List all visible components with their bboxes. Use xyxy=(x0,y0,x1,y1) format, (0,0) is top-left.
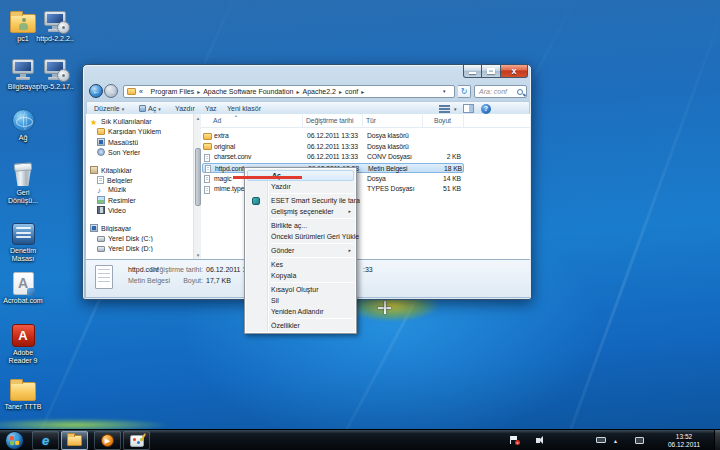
breadcrumb-segment[interactable]: Program Files xyxy=(151,88,195,95)
keyboard-tray-icon[interactable] xyxy=(596,437,606,443)
menu-item-rename[interactable]: Yeniden Adlandır xyxy=(245,306,356,317)
menu-item-advanced-options[interactable]: Gelişmiş seçenekler▸ xyxy=(245,206,356,217)
library-icon xyxy=(90,166,98,174)
folder-icon xyxy=(203,143,212,150)
menu-item-print[interactable]: Yazdır xyxy=(245,181,356,192)
search-input[interactable]: Ara: conf xyxy=(474,85,527,98)
installer-icon xyxy=(43,59,67,81)
installer-icon xyxy=(43,11,67,33)
menu-item-delete[interactable]: Sil xyxy=(245,295,356,306)
close-button[interactable]: x xyxy=(501,65,528,78)
breadcrumb-separator-icon: ▸ xyxy=(361,88,364,95)
desktop-icon-php-installer[interactable]: php-5.2.17.. xyxy=(38,54,72,91)
burn-button[interactable]: Yaz xyxy=(205,105,217,112)
search-icon[interactable] xyxy=(517,89,523,95)
volume-icon[interactable] xyxy=(536,438,540,443)
views-button[interactable] xyxy=(439,105,450,113)
column-header-name[interactable]: Ad xyxy=(213,117,221,124)
menu-item-properties[interactable]: Özellikler xyxy=(245,320,356,331)
sidebar-item-music[interactable]: ♪Müzik xyxy=(97,186,126,195)
action-center-icon[interactable]: x xyxy=(510,436,518,444)
desktop-icon-control-panel[interactable]: Denetim Masası xyxy=(6,218,40,262)
desktop-icon-taner-folder[interactable]: Taner TTTB xyxy=(6,374,40,411)
menu-item-cut[interactable]: Kes xyxy=(245,259,356,270)
desktop-icon-httpd-installer[interactable]: httpd-2.2.2.. xyxy=(38,6,72,43)
menu-item-copy[interactable]: Kopyala xyxy=(245,270,356,281)
taskbar-paint-button[interactable] xyxy=(123,431,150,450)
column-header-date[interactable]: Değiştirme tarihi xyxy=(306,117,353,124)
taskbar-media-player-button[interactable]: ▶ xyxy=(94,431,121,450)
address-bar[interactable]: « Program Files ▸ Apache Software Founda… xyxy=(123,85,455,98)
desktop-icon-label: Adobe Reader 9 xyxy=(1,349,45,364)
taskbar-windows-explorer-button[interactable] xyxy=(61,431,88,450)
column-header-type[interactable]: Tür xyxy=(366,117,376,124)
breadcrumb-segment[interactable]: Apache2.2 xyxy=(302,88,335,95)
windows-explorer-icon xyxy=(67,435,82,446)
sidebar-section-libraries[interactable]: Kitaplıklar xyxy=(90,166,132,174)
start-button[interactable] xyxy=(5,431,24,450)
menu-item-restore-previous-versions[interactable]: Önceki Sürümleri Geri Yükle xyxy=(245,231,356,242)
help-button[interactable]: ? xyxy=(481,104,491,114)
back-button[interactable]: ← xyxy=(89,84,103,98)
desktop-icon-acrobat-com[interactable]: A Acrobat.com xyxy=(6,268,40,305)
views-dropdown-icon[interactable]: ▾ xyxy=(452,105,457,112)
sidebar-item-documents[interactable]: Belgeler xyxy=(97,176,133,184)
desktop-icon-label: Denetim Masası xyxy=(6,247,40,262)
forward-button[interactable]: → xyxy=(104,84,118,98)
network-tray-icon[interactable] xyxy=(635,437,644,444)
desktop-icon-network[interactable]: Ağ xyxy=(6,105,40,142)
menu-item-open-with[interactable]: Birlikte aç... xyxy=(245,220,356,231)
breadcrumb-overflow[interactable]: « xyxy=(139,88,143,95)
details-created-tail: :33 xyxy=(363,266,373,273)
open-button[interactable]: Aç▾ xyxy=(139,105,161,112)
menu-separator xyxy=(271,257,354,258)
preview-pane-button[interactable] xyxy=(463,104,474,113)
navigation-pane: ★Sık Kullanılanlar Karşıdan Yüklem Masaü… xyxy=(86,114,193,259)
sidebar-item-video[interactable]: Video xyxy=(97,206,126,214)
menu-item-eset-scan[interactable]: ESET Smart Security ile tara xyxy=(245,195,356,206)
desktop-icon-label: Acrobat.com xyxy=(1,297,45,305)
desktop-icon-recycle-bin[interactable]: Geri Dönüşü... xyxy=(6,160,40,204)
breadcrumb-segment[interactable]: Apache Software Foundation xyxy=(203,88,293,95)
maximize-button[interactable] xyxy=(482,65,501,78)
refresh-button[interactable]: ↻ xyxy=(458,85,471,98)
file-row-charset-conv[interactable]: charset.conv06.12.2011 13:33CONV Dosyası… xyxy=(202,152,464,163)
new-folder-button[interactable]: Yeni klasör xyxy=(227,105,261,112)
sidebar-item-local-disk-c[interactable]: Yerel Disk (C:) xyxy=(97,235,153,242)
menu-item-create-shortcut[interactable]: Kısayol Oluştur xyxy=(245,284,356,295)
show-hidden-icons[interactable]: ▲ xyxy=(613,438,618,444)
organize-button[interactable]: Düzenle▾ xyxy=(94,105,124,112)
eset-icon xyxy=(252,197,260,205)
taskbar-clock[interactable]: 13:52 06.12.2011 xyxy=(664,433,704,448)
column-header-size[interactable]: Boyut xyxy=(434,117,451,124)
sidebar-scrollbar[interactable]: ▴ ▾ xyxy=(193,114,201,259)
disk-icon xyxy=(97,246,105,252)
print-button[interactable]: Yazdır xyxy=(175,105,195,112)
column-header-row: ▴ Ad Değiştirme tarihi Tür Boyut xyxy=(201,114,530,128)
computer-icon xyxy=(11,59,35,81)
app-icon xyxy=(139,105,146,112)
file-row-original[interactable]: original06.12.2011 13:33Dosya klasörü xyxy=(202,142,464,153)
system-tray: ▲ x 13:52 06.12.2011 xyxy=(592,430,712,450)
search-value: Ara: conf xyxy=(479,88,507,95)
sidebar-section-favorites[interactable]: ★Sık Kullanılanlar xyxy=(90,118,152,127)
details-size-label: Boyut: xyxy=(86,277,203,284)
show-desktop-button[interactable] xyxy=(714,430,720,450)
sidebar-item-downloads[interactable]: Karşıdan Yüklem xyxy=(97,128,161,135)
file-row-extra[interactable]: extra06.12.2011 13:33Dosya klasörü xyxy=(202,131,464,142)
menu-separator xyxy=(271,318,354,319)
breadcrumb-segment[interactable]: conf xyxy=(345,88,358,95)
desktop-icon-adobe-reader[interactable]: A Adobe Reader 9 xyxy=(6,320,40,364)
sidebar-item-desktop[interactable]: Masaüstü xyxy=(97,138,138,146)
menu-item-send-to[interactable]: Gönder▸ xyxy=(245,245,356,256)
chevron-down-icon: ▾ xyxy=(122,106,125,112)
sidebar-item-local-disk-d[interactable]: Yerel Disk (D:) xyxy=(97,245,153,252)
sidebar-item-recent-places[interactable]: Son Yerler xyxy=(97,148,140,156)
shared-folder-icon xyxy=(10,14,36,33)
taskbar-internet-explorer-button[interactable]: e xyxy=(32,431,59,450)
paint-icon xyxy=(130,435,144,447)
sidebar-section-computer[interactable]: Bilgisayar xyxy=(90,224,131,232)
sidebar-item-pictures[interactable]: Resimler xyxy=(97,196,136,204)
address-dropdown-icon[interactable]: ▾ xyxy=(443,88,446,94)
minimize-button[interactable] xyxy=(463,65,482,78)
